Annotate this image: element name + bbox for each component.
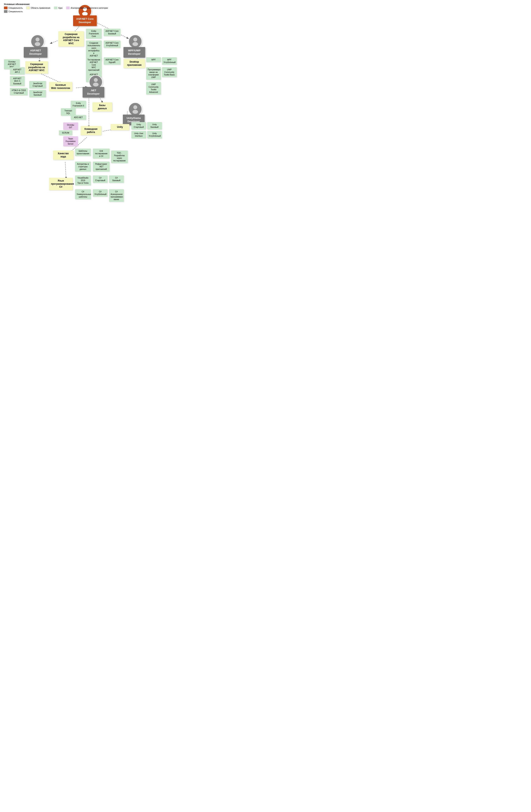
course-aspnet-mvc-basic: ASP.NETMVC 5Базовый — [10, 76, 25, 86]
course-html5-css3: HTML5 & CSS3Стартовый — [10, 88, 28, 96]
course-js-starter: JavaScriptСтартовый — [29, 81, 46, 88]
svg-line-11 — [65, 162, 66, 179]
person-icon-wpf — [130, 37, 140, 46]
course-tdd: TDD -Разработкачерезтестирование — [111, 150, 128, 163]
course-wpf: WPF — [146, 57, 161, 62]
diagram-container: ASP.NET Core Developer ASP.NETDeveloper … — [0, 0, 178, 16]
lang-csharp-node: ЯзыкпрограммированияC# — [49, 178, 73, 190]
avatar-wpf-dev — [128, 34, 142, 48]
course-tfs: TeamFoundationServer — [63, 136, 78, 146]
course-aspnet-test: ТестированиеASP.NET CoreMVCприложений — [86, 57, 102, 72]
course-refactoring: Рефакторинг.NETприложений — [93, 162, 109, 172]
course-csharp-starter: C#Стартовый — [93, 175, 108, 183]
course-templates: Шаблоныпроектования — [75, 148, 91, 156]
aspnet-developer-node: ASP.NETDeveloper — [24, 47, 47, 58]
course-algorithms: Алгоритмы иструктурыданных — [75, 162, 91, 172]
server-aspnet-mvc-node: Сервернаяразработка наASP.NET MVC — [25, 61, 48, 74]
svg-point-15 — [35, 38, 40, 42]
desktop-apps-node: Desktopприложения — [123, 59, 145, 68]
net-developer-node: .NETDeveloper — [83, 87, 104, 98]
course-scrum: SCRUM — [59, 130, 72, 135]
svg-point-18 — [133, 42, 138, 46]
legend-item-specialty-orange: Специальность — [4, 6, 23, 9]
svg-point-16 — [35, 42, 40, 46]
course-wpf-adv: WPFУглублённый — [162, 57, 177, 65]
avatar-aspnet-dev — [31, 34, 44, 48]
root-node: ASP.NET Core Developer — [73, 15, 97, 26]
course-aspnet-signal: ASP.NET CoreSignalR — [104, 57, 120, 65]
svg-point-17 — [133, 38, 137, 42]
legend-box-green — [54, 6, 57, 9]
course-csharp-adv: C#Углублённый — [93, 189, 108, 197]
legend-item-area: Область применения — [26, 6, 50, 9]
legend: Условные обозначения: Специальность Обла… — [4, 3, 108, 13]
wpf-developer-node: WPF/UWPDeveloper — [123, 47, 145, 58]
course-unity-basic: UnityБазовый — [147, 122, 162, 130]
course-aspnet-core-adv: ASP.NET CoreУглублённый — [104, 41, 120, 48]
person-icon-aspnet — [33, 37, 42, 46]
course-aspnet-core-basic: ASP.NET CoreБазовый — [104, 29, 120, 36]
legend-row-2: Специальность — [4, 10, 108, 13]
course-csharp-basic: C#Базовый — [109, 175, 124, 183]
person-icon-net — [91, 77, 101, 87]
course-uwp-prog: Программиро-вание наплатформеUWP — [146, 67, 161, 80]
server-aspnet-core-node: Сервернаяразработка наASP.NET Core MVC — [58, 31, 84, 47]
course-vs2019: VisualStudio2019Tips & Tricks — [75, 175, 91, 186]
legend-row-1: Специальность Область применения Курс Ал… — [4, 6, 108, 9]
arrows-svg — [0, 0, 178, 800]
legend-box-pink — [66, 6, 70, 9]
course-js-basic: JavaScriptБазовый — [29, 90, 46, 97]
team-work-node: Команднаяработа — [80, 126, 101, 135]
base-web-node: БазовыеWeb технологии — [49, 82, 72, 91]
course-ef6: EntityFramework 6 — [71, 101, 86, 108]
avatar-unity-dev — [128, 102, 142, 116]
databases-node: Базыданных — [92, 102, 112, 112]
legend-box-gray — [4, 10, 8, 13]
course-ef-core: EntityFrameworkCore — [86, 29, 102, 39]
svg-point-19 — [94, 78, 98, 82]
course-csharp-async: C#Асинхронноепрограммиро-вание — [109, 189, 124, 202]
course-unity-ui: Unity UserInterface — [131, 131, 146, 139]
course-unity-adv: UnityУглублённый — [147, 131, 162, 139]
person-icon-unity — [130, 104, 140, 114]
legend-items: Специальность Область применения Курс Ал… — [4, 6, 108, 13]
course-osnovy-git: ОсновыGIT — [63, 122, 78, 130]
legend-item-course: Курс — [54, 6, 63, 9]
course-csharp-universal: C#Универсальныешаблоны — [75, 189, 91, 199]
legend-title: Условные обозначения: — [4, 3, 108, 5]
unity-node: Unity — [110, 124, 129, 130]
code-quality-node: Качествокода — [53, 150, 74, 160]
legend-box-orange — [4, 6, 8, 9]
course-uwp-toolkit-basic: UWPCommunityToolkit Basic — [162, 67, 177, 77]
course-unity-starter: UnityСтартовый — [131, 122, 146, 130]
course-transact-sql: Transact SQL — [61, 108, 76, 116]
svg-point-22 — [133, 110, 138, 114]
course-aspnet-api2: ASP.NETAPI 2 — [10, 67, 25, 75]
svg-point-21 — [133, 105, 137, 109]
course-ado-net: ADO.NET — [71, 115, 86, 120]
svg-point-20 — [93, 83, 99, 87]
legend-box-yellow — [26, 6, 30, 9]
course-uwp-toolkit-adv: UWPCommunityToolkitAdvanced — [146, 82, 161, 95]
course-unit-test: Unitтестированиев C# — [93, 148, 109, 159]
legend-item-alt: Альтернативные технологии в категории — [66, 6, 108, 9]
